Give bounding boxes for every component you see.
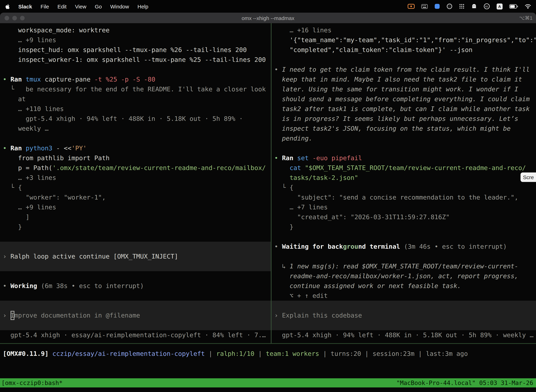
text-segment: Waiting for back bbox=[282, 243, 343, 250]
gauge-icon[interactable]: 61 bbox=[483, 3, 490, 9]
terminal-line bbox=[3, 134, 271, 143]
zoom-button[interactable] bbox=[20, 16, 25, 20]
window-title-bar[interactable]: omx --xhigh --madmax ⌥⌘1 bbox=[0, 13, 536, 23]
screenshot-popup[interactable]: Scre bbox=[521, 173, 536, 182]
terminal-line bbox=[274, 252, 536, 261]
text-segment: | bbox=[254, 350, 266, 357]
terminal-line: gpt-5.4 xhigh · 94% left · 488K in · 5.1… bbox=[3, 114, 271, 124]
text-segment: (3m 46s • esc to interrupt) bbox=[400, 243, 507, 250]
menu-status-icons: 61 A bbox=[408, 3, 531, 9]
terminal-line: pending. bbox=[274, 134, 536, 143]
menu-item-view[interactable]: View bbox=[75, 3, 86, 9]
text-segment: tmux bbox=[26, 75, 41, 83]
text-segment: | bbox=[319, 350, 330, 357]
terminal-line: '{"team_name":"my-team","task_id":"1","f… bbox=[274, 35, 536, 45]
text-segment: › bbox=[3, 312, 10, 319]
composer-row[interactable] bbox=[272, 320, 536, 330]
composer-row[interactable] bbox=[0, 242, 271, 252]
composer-row[interactable] bbox=[272, 301, 536, 311]
tmux-session-label: [omx-cczip0:bash* bbox=[1, 378, 62, 387]
menu-item-file[interactable]: File bbox=[40, 3, 49, 9]
text-segment: (6m 38s • esc to interrupt) bbox=[37, 282, 144, 289]
composer-row[interactable]: › Improve documentation in @filename bbox=[0, 311, 271, 320]
circle-app-icon[interactable] bbox=[447, 4, 452, 9]
text-segment: "worker": "worker-1", bbox=[3, 194, 106, 201]
wifi-icon[interactable] bbox=[525, 4, 531, 9]
text-segment: [OMX#0.11.9] bbox=[3, 350, 53, 357]
minimize-button[interactable] bbox=[12, 16, 17, 20]
text-segment: Explain this codebase bbox=[282, 312, 362, 319]
terminal-line: • Ran python3 - <<'PY' bbox=[3, 143, 271, 153]
tmux-pane-left[interactable]: workspace_mode: worktree … +9 lines insp… bbox=[0, 23, 271, 343]
text-segment: | bbox=[361, 350, 373, 357]
text-segment: "created_at": "2026-03-31T11:59:27.816Z" bbox=[274, 213, 450, 221]
text-segment: continue assigned work or next feasible … bbox=[274, 282, 461, 289]
text-segment: mprove documentation in @filename bbox=[14, 312, 140, 319]
text-segment: python3 bbox=[26, 144, 53, 152]
tmux-pane-right[interactable]: … +16 lines '{"team_name":"my-team","tas… bbox=[272, 23, 536, 343]
terminal-line: gpt-5.4 xhigh · 94% left · 488K in · 5.1… bbox=[274, 330, 536, 340]
text-segment: gpt-5.4 xhigh · essay/ai-reimplementatio… bbox=[3, 331, 266, 339]
menu-item-window[interactable]: Window bbox=[110, 3, 129, 9]
text-segment: └ { bbox=[3, 184, 22, 191]
text-segment: • bbox=[274, 154, 282, 162]
screenshot-popup-label: Scre bbox=[523, 174, 534, 180]
text-segment: inspect_hud: omx sparkshell --tmux-pane … bbox=[3, 46, 247, 53]
text-segment: › bbox=[3, 252, 10, 260]
text-segment: grou bbox=[343, 243, 358, 250]
text-segment: keep that in mind. Maybe I also need the… bbox=[274, 75, 522, 83]
text-segment: … +9 lines bbox=[3, 36, 56, 44]
terminal-line: continue assigned work or next feasible … bbox=[274, 281, 536, 291]
text-segment: later. Using the same for transition mig… bbox=[274, 85, 518, 93]
keyboard-icon[interactable] bbox=[421, 4, 428, 9]
text-segment: › bbox=[274, 312, 282, 319]
terminal-line: from pathlib import Path bbox=[3, 153, 271, 163]
menu-item-help[interactable]: Help bbox=[138, 3, 148, 9]
text-segment: gpt-5.4 xhigh · 94% left · 488K in · 5.1… bbox=[3, 115, 243, 122]
composer-row[interactable] bbox=[0, 301, 271, 311]
screen-recording-icon[interactable] bbox=[408, 4, 415, 9]
composer-row[interactable]: › Ralph loop active continue [OMX_TMUX_I… bbox=[0, 252, 271, 261]
close-button[interactable] bbox=[5, 16, 9, 20]
composer-row[interactable] bbox=[0, 261, 271, 271]
terminal-line bbox=[274, 232, 536, 242]
raycast-icon[interactable] bbox=[434, 4, 440, 9]
text-segment: team:1 workers bbox=[266, 350, 319, 357]
text-segment: p = Path( bbox=[3, 164, 53, 171]
terminal-line: … +16 lines bbox=[274, 25, 536, 35]
terminal-line bbox=[3, 232, 271, 242]
text-segment: … +9 lines bbox=[3, 203, 56, 211]
terminal-line: └ { bbox=[3, 183, 271, 192]
terminal-line: should send a message before completing … bbox=[274, 94, 536, 104]
battery-icon[interactable] bbox=[509, 4, 518, 9]
text-segment: 1 new msg(s): read $OMX_TEAM_STATE_ROOT/… bbox=[290, 262, 518, 270]
text-segment: turns:20 bbox=[330, 350, 361, 357]
text-segment: 'PY' bbox=[72, 144, 87, 152]
menu-item-edit[interactable]: Edit bbox=[57, 3, 67, 9]
text-segment: … +3 lines bbox=[3, 174, 56, 181]
text-segment: at bbox=[3, 95, 26, 103]
ghost-icon[interactable] bbox=[471, 4, 477, 9]
terminal-line: later. Using the same for transition mig… bbox=[274, 84, 536, 94]
terminal-line: • Waiting for background terminal (3m 46… bbox=[274, 242, 536, 252]
terminal-line: readme-and-reco/mailbox/worker-1.json, a… bbox=[274, 271, 536, 281]
text-segment: … +16 lines bbox=[274, 26, 331, 34]
menu-item-go[interactable]: Go bbox=[95, 3, 102, 9]
terminal-line: "completed","claim_token":"claim-token"}… bbox=[274, 45, 536, 55]
text-segment: set bbox=[297, 154, 309, 162]
menu-app-name[interactable]: Slack bbox=[18, 3, 32, 9]
apple-menu-icon[interactable] bbox=[5, 3, 10, 9]
text-segment: • bbox=[3, 282, 10, 289]
app-grid-icon[interactable] bbox=[459, 4, 464, 9]
terminal-line bbox=[274, 143, 536, 153]
text-segment: } bbox=[3, 223, 22, 230]
text-segment: task2 after task1 is complete, but can I… bbox=[274, 105, 530, 112]
text-segment: • bbox=[3, 75, 10, 83]
input-source-icon[interactable]: A bbox=[497, 3, 502, 9]
terminal-line: cat "$OMX_TEAM_STATE_ROOT/team/review-cu… bbox=[274, 163, 536, 173]
menu-bar-left: Slack FileEditViewGoWindowHelp bbox=[5, 3, 148, 9]
text-segment: session:23m bbox=[373, 350, 414, 357]
terminal-line: … +9 lines bbox=[3, 35, 271, 45]
composer-row[interactable] bbox=[0, 320, 271, 330]
composer-row[interactable]: › Explain this codebase bbox=[272, 311, 536, 320]
